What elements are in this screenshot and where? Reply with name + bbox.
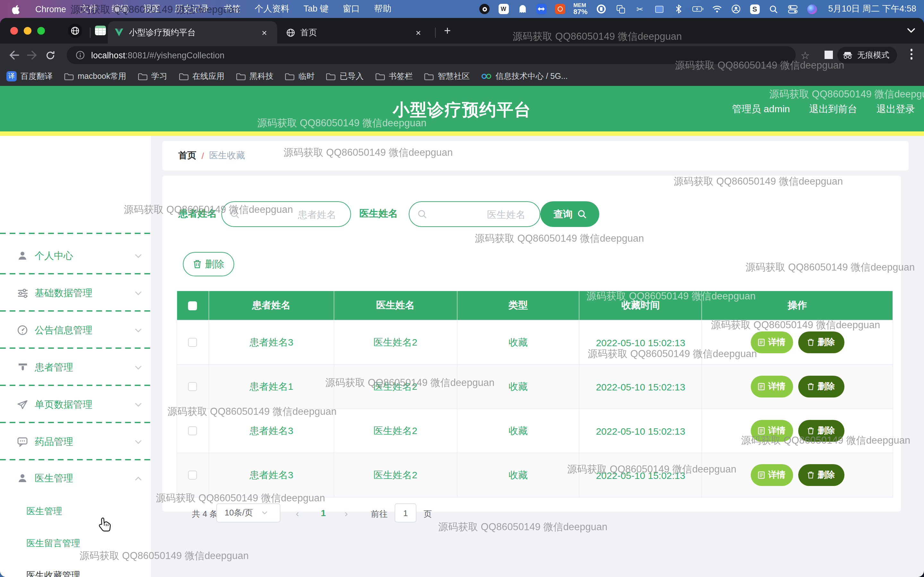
bookmark-folder[interactable]: macbook常用	[64, 71, 126, 82]
sogou-app-icon[interactable]: S	[750, 4, 759, 14]
apple-icon[interactable]	[10, 3, 21, 15]
docker-menu-icon[interactable]	[479, 3, 490, 15]
goto-page-input[interactable]: 1	[395, 503, 417, 522]
bookmark-folder[interactable]: 智慧社区	[424, 71, 470, 82]
sidebar-item-single-page[interactable]: 单页数据管理	[0, 390, 151, 419]
bookmark-folder[interactable]: 黑科技	[236, 71, 273, 82]
onepassword-icon[interactable]	[596, 3, 607, 15]
bookmark-tech-center[interactable]: 信息技术中心 / 5G...	[481, 71, 567, 82]
pinned-sheet-icon[interactable]	[95, 26, 106, 35]
chrome-menu-icon[interactable]	[910, 49, 913, 59]
sidebar-item-base-data[interactable]: 基础数据管理	[0, 279, 151, 307]
row-checkbox[interactable]	[188, 471, 197, 480]
menubar-item[interactable]: Chrome	[35, 4, 66, 14]
reload-button[interactable]	[41, 50, 59, 60]
tab-close-icon[interactable]: ×	[258, 27, 271, 37]
bookmark-folder[interactable]: 临时	[285, 71, 314, 82]
cell-type: 收藏	[457, 321, 580, 364]
sidebar-sub-doctor-collection[interactable]: 医生收藏管理	[0, 563, 151, 577]
bookmark-folder[interactable]: 在线应用	[179, 71, 224, 82]
teamviewer-icon[interactable]	[536, 4, 546, 14]
memory-widget[interactable]: MEM87%	[573, 3, 588, 16]
tab-close-icon[interactable]: ×	[412, 27, 425, 37]
spotlight-icon[interactable]	[768, 3, 779, 15]
sidebar-item-doctors[interactable]: 医生管理	[0, 464, 151, 492]
row-checkbox[interactable]	[188, 338, 197, 347]
wifi-icon[interactable]	[711, 3, 722, 15]
menubar-item[interactable]: 窗口	[342, 3, 360, 15]
ubuntu-menu-icon[interactable]	[555, 4, 565, 14]
bookmark-folder[interactable]: 学习	[137, 71, 167, 82]
row-checkbox[interactable]	[188, 382, 197, 391]
delete-selected-button[interactable]: 删除	[183, 252, 234, 276]
tab-strip: 小型诊疗预约平台 × 首页 × +	[0, 18, 924, 44]
sidebar-item-medicine[interactable]: 药品管理	[0, 428, 151, 456]
bookmark-star-icon[interactable]: ☆	[800, 49, 810, 61]
sidebar-item-announcement[interactable]: 公告信息管理	[0, 316, 151, 344]
tab-list-chevron-icon[interactable]	[907, 28, 915, 33]
menubar-item[interactable]: 个人资料	[255, 3, 289, 15]
delete-button[interactable]: 删除	[798, 376, 844, 398]
clipboard-menu-icon[interactable]	[615, 3, 626, 15]
row-checkbox[interactable]	[188, 426, 197, 435]
detail-button[interactable]: 详情	[750, 420, 793, 442]
menubar-clock[interactable]: 5月10日 周二 下午4:58	[828, 3, 916, 15]
user-menu-icon[interactable]	[730, 3, 741, 15]
battery-icon[interactable]	[692, 3, 703, 15]
menubar-item[interactable]: 历史记录	[174, 3, 209, 15]
back-button[interactable]	[5, 51, 23, 60]
breadcrumb-home[interactable]: 首页	[178, 150, 196, 161]
query-button[interactable]: 查询	[540, 201, 599, 227]
menubar-item[interactable]: Tab 键	[304, 3, 328, 15]
table-row: 患者姓名3 医生姓名2 收藏 2022-05-10 15:02:13 详情	[177, 408, 893, 453]
menubar-item[interactable]: 视图	[143, 3, 160, 15]
tab-home[interactable]: 首页 ×	[280, 21, 431, 44]
delete-button[interactable]: 删除	[798, 332, 844, 353]
prev-page-button[interactable]: ‹	[296, 508, 299, 519]
doctor-name-input[interactable]	[431, 202, 540, 226]
menubar-item[interactable]: 帮助	[374, 3, 391, 15]
bookmark-folder[interactable]: 已导入	[326, 71, 363, 82]
current-page[interactable]: 1	[321, 508, 326, 518]
patient-name-input[interactable]	[244, 202, 351, 226]
delete-button[interactable]: 删除	[798, 464, 844, 486]
select-all-checkbox[interactable]	[188, 301, 197, 310]
chevron-up-icon	[135, 476, 142, 480]
minimize-window-button[interactable]	[24, 27, 31, 35]
ghost-app-icon[interactable]	[517, 3, 528, 15]
siri-icon[interactable]	[806, 3, 817, 15]
incognito-icon	[843, 51, 853, 59]
sidebar-item-personal-center[interactable]: 个人中心	[0, 242, 151, 270]
sidebar-sub-doctor-manage[interactable]: 医生管理	[0, 499, 151, 524]
scissors-icon[interactable]: ✂	[634, 3, 645, 15]
side-panel-icon[interactable]	[825, 51, 833, 59]
bluetooth-icon[interactable]	[673, 3, 684, 15]
page-size-select[interactable]: 10条/页	[216, 503, 280, 522]
detail-button[interactable]: 详情	[750, 332, 793, 353]
detail-button[interactable]: 详情	[750, 464, 793, 486]
detail-button[interactable]: 详情	[750, 376, 793, 398]
url-path: :8081/#/yishengCollection	[126, 50, 225, 60]
close-window-button[interactable]	[10, 27, 18, 35]
new-tab-button[interactable]: +	[444, 24, 451, 38]
tw-app-icon[interactable]: W	[498, 4, 509, 14]
address-bar[interactable]: localhost:8081/#/yishengCollection	[67, 46, 796, 64]
delete-button[interactable]: 删除	[798, 420, 844, 442]
site-info-icon[interactable]	[76, 51, 85, 60]
tab-clinic-platform[interactable]: 小型诊疗预约平台 ×	[108, 21, 277, 44]
bookmark-folder[interactable]: 书签栏	[375, 71, 413, 82]
exit-to-front-link[interactable]: 退出到前台	[809, 103, 857, 115]
display-menu-icon[interactable]	[654, 3, 664, 15]
menubar-item[interactable]: 书签	[223, 3, 241, 15]
control-center-icon[interactable]	[787, 3, 798, 15]
sidebar-item-patients[interactable]: 患者管理	[0, 353, 151, 382]
menubar-item[interactable]: 编辑	[111, 3, 129, 15]
forward-button[interactable]	[23, 51, 41, 60]
next-page-button[interactable]: ›	[344, 508, 348, 519]
logout-link[interactable]: 退出登录	[877, 103, 915, 115]
zoom-window-button[interactable]	[37, 27, 45, 35]
bookmark-baidu-translate[interactable]: 译 百度翻译	[6, 71, 53, 82]
tab-search-globe-icon[interactable]	[68, 24, 82, 38]
menubar-item[interactable]: 文件	[80, 3, 97, 15]
sidebar-sub-doctor-message[interactable]: 医生留言管理	[0, 531, 151, 556]
